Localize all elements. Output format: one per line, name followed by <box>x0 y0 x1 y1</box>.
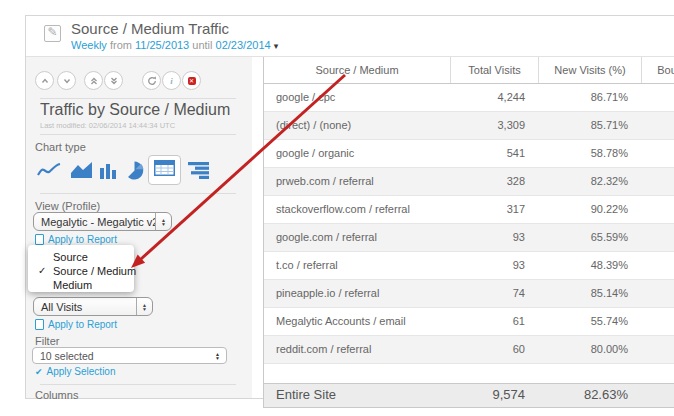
cell-new-visits: 82.32% <box>539 168 642 195</box>
end-date-link[interactable]: 02/23/2014 <box>216 39 271 51</box>
cell-new-visits: 55.74% <box>539 308 642 335</box>
divider <box>40 384 236 385</box>
columns-label: Columns <box>35 389 78 401</box>
column-header-total-visits[interactable]: Total Visits <box>451 57 539 83</box>
cell-source-medium: google.com / referral <box>264 224 451 251</box>
report-header: ✎ Source / Medium Traffic Weekly from 11… <box>26 16 674 57</box>
date-caret-icon[interactable]: ▾ <box>274 41 279 51</box>
filter-label: Filter <box>35 335 59 347</box>
chart-type-label: Chart type <box>35 141 86 153</box>
move-to-top-button[interactable] <box>84 71 103 90</box>
menu-item-label: Source / Medium <box>53 265 136 277</box>
footer-bounce-rate <box>642 384 674 407</box>
report-title: Source / Medium Traffic <box>71 20 229 37</box>
cell-bounce-rate <box>642 84 674 111</box>
move-to-bottom-button[interactable] <box>104 71 123 90</box>
column-header-source-medium[interactable]: Source / Medium <box>264 57 451 83</box>
dimension-dropdown-menu: Source ✓ Source / Medium Medium <box>28 245 134 292</box>
refresh-button[interactable] <box>142 71 161 90</box>
cell-total-visits: 93 <box>451 224 539 251</box>
cell-new-visits: 48.39% <box>539 252 642 279</box>
area-chart-icon[interactable] <box>70 161 94 183</box>
cell-total-visits: 541 <box>451 140 539 167</box>
horizontal-bar-chart-icon[interactable] <box>187 161 210 183</box>
line-chart-icon[interactable] <box>37 161 62 183</box>
until-label: until <box>192 39 212 51</box>
menu-item-label: Medium <box>53 279 92 291</box>
cell-bounce-rate <box>642 112 674 139</box>
select-stepper-icon: ▲▼ <box>215 352 226 360</box>
edit-title-icon[interactable]: ✎ <box>44 25 61 42</box>
widget-sidebar: i ✕ Traffic by Source / Medium Last modi… <box>26 57 252 398</box>
footer-total-visits: 9,574 <box>451 384 539 407</box>
filter-select[interactable]: 10 selected ▲▼ <box>32 347 227 364</box>
column-header-new-visits[interactable]: New Visits (%) <box>539 57 642 83</box>
cell-source-medium: stackoverflow.com / referral <box>264 196 451 223</box>
apply-to-report-label: Apply to Report <box>48 234 117 245</box>
report-widget-card: ✎ Source / Medium Traffic Weekly from 11… <box>25 15 674 399</box>
check-icon: ✔ <box>35 367 43 377</box>
apply-selection-link[interactable]: ✔ Apply Selection <box>35 366 115 377</box>
table-row: prweb.com / referral32882.32% <box>264 168 674 196</box>
cell-total-visits: 317 <box>451 196 539 223</box>
cell-new-visits: 80.00% <box>539 336 642 363</box>
divider <box>40 98 236 99</box>
widget-title: Traffic by Source / Medium <box>40 101 230 119</box>
cell-new-visits: 85.14% <box>539 280 642 307</box>
table-chart-selected[interactable] <box>148 155 181 185</box>
table-row: Megalytic Accounts / email6155.74% <box>264 308 674 336</box>
info-button[interactable]: i <box>162 71 181 90</box>
apply-to-report-link[interactable]: Apply to Report <box>35 234 117 245</box>
table-header-row: Source / Medium Total Visits New Visits … <box>264 57 674 84</box>
bar-chart-icon[interactable] <box>99 161 119 183</box>
cell-total-visits: 4,244 <box>451 84 539 111</box>
cell-bounce-rate <box>642 336 674 363</box>
menu-item-source[interactable]: Source <box>28 250 134 264</box>
segment-select[interactable]: All Visits ▲▼ <box>33 297 153 316</box>
table-row: t.co / referral9348.39% <box>264 252 674 280</box>
view-profile-select[interactable]: Megalytic - Megalytic v2 All ▲▼ <box>33 212 172 231</box>
frequency-link[interactable]: Weekly <box>71 39 107 51</box>
cell-source-medium: reddit.com / referral <box>264 336 451 363</box>
divider <box>40 193 236 194</box>
column-header-bounce-rate[interactable]: Bounce Rate <box>642 57 674 83</box>
checkmark-icon: ✓ <box>38 264 46 278</box>
cell-new-visits: 85.71% <box>539 112 642 139</box>
move-up-button[interactable] <box>35 71 54 90</box>
cell-total-visits: 60 <box>451 336 539 363</box>
source-medium-table: Source / Medium Total Visits New Visits … <box>263 57 674 408</box>
filter-value: 10 selected <box>33 350 215 362</box>
document-icon <box>35 319 44 330</box>
cell-bounce-rate <box>642 196 674 223</box>
from-label: from <box>110 39 132 51</box>
table-row: google / cpc4,24486.71% <box>264 84 674 112</box>
cell-new-visits: 86.71% <box>539 84 642 111</box>
table-footer-row: Entire Site 9,574 82.63% <box>264 383 674 408</box>
cell-source-medium: google / cpc <box>264 84 451 111</box>
menu-item-medium[interactable]: Medium <box>28 278 134 292</box>
segment-value: All Visits <box>34 301 136 313</box>
report-body: i ✕ Traffic by Source / Medium Last modi… <box>26 57 674 398</box>
last-modified-text: Last modified: 02/06/2014 14:44:34 UTC <box>40 121 175 130</box>
cell-source-medium: prweb.com / referral <box>264 168 451 195</box>
menu-item-label: Source <box>53 251 88 263</box>
pie-chart-icon[interactable] <box>125 161 144 184</box>
cell-bounce-rate <box>642 140 674 167</box>
cell-source-medium: (direct) / (none) <box>264 112 451 139</box>
cell-total-visits: 328 <box>451 168 539 195</box>
start-date-link[interactable]: 11/25/2013 <box>135 39 189 51</box>
cell-bounce-rate <box>642 308 674 335</box>
table-icon <box>154 160 175 180</box>
table-row: reddit.com / referral6080.00% <box>264 336 674 364</box>
table-row: stackoverflow.com / referral31790.22% <box>264 196 674 224</box>
menu-item-source-medium[interactable]: ✓ Source / Medium <box>28 264 134 278</box>
table-row: (direct) / (none)3,30985.71% <box>264 112 674 140</box>
delete-widget-button[interactable]: ✕ <box>182 71 201 90</box>
view-profile-value: Megalytic - Megalytic v2 All <box>34 216 155 228</box>
table-row: google.com / referral9365.59% <box>264 224 674 252</box>
document-icon <box>35 234 44 245</box>
divider <box>40 134 236 135</box>
apply-to-report-link-2[interactable]: Apply to Report <box>35 319 117 330</box>
move-down-button[interactable] <box>57 71 76 90</box>
cell-total-visits: 74 <box>451 280 539 307</box>
